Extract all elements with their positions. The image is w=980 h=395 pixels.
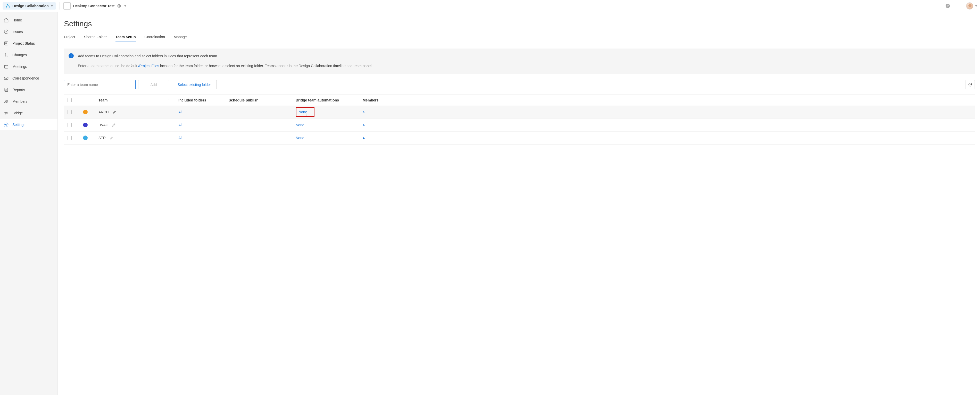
sidebar-item-settings[interactable]: Settings xyxy=(0,119,57,130)
select-folder-button[interactable]: Select existing folder xyxy=(172,80,217,90)
edit-icon[interactable] xyxy=(109,136,113,140)
svg-text:?: ? xyxy=(947,5,949,8)
banner-text-1: Add teams to Design Collaboration and se… xyxy=(78,53,970,59)
table-row: HVAC All None 4 xyxy=(64,119,975,132)
sidebar-item-label: Settings xyxy=(13,123,25,127)
bridge-automations-link[interactable]: None xyxy=(296,123,363,127)
calendar-icon xyxy=(3,64,9,69)
select-all-checkbox[interactable] xyxy=(68,98,72,102)
refresh-button[interactable] xyxy=(966,80,975,90)
tab-manage[interactable]: Manage xyxy=(174,35,187,42)
project-thumb-icon xyxy=(64,2,71,10)
team-color-dot xyxy=(83,136,88,140)
th-members[interactable]: Members xyxy=(363,98,409,102)
project-name: Desktop Connector Test xyxy=(73,4,115,8)
people-icon xyxy=(3,99,9,104)
info-banner: i Add teams to Design Collaboration and … xyxy=(64,48,975,74)
th-included[interactable]: Included folders xyxy=(178,98,229,102)
th-schedule[interactable]: Schedule publish xyxy=(229,98,296,102)
members-link[interactable]: 4 xyxy=(363,123,409,127)
top-bar: Design Collaboration ▼ Desktop Connector… xyxy=(0,0,980,12)
sidebar: Home Issues Project Status Changes Meeti… xyxy=(0,12,58,395)
table-header-row: Team ↑ Included folders Schedule publish… xyxy=(64,94,975,106)
tab-team-setup[interactable]: Team Setup xyxy=(116,35,135,42)
svg-point-11 xyxy=(5,100,6,101)
user-menu[interactable]: ▼ xyxy=(966,2,977,10)
help-icon[interactable]: ? xyxy=(945,3,950,8)
svg-rect-8 xyxy=(5,65,8,69)
module-logo-icon xyxy=(5,3,10,8)
sidebar-item-label: Members xyxy=(13,99,27,104)
swap-horizontal-icon xyxy=(3,110,9,116)
included-folders-link[interactable]: All xyxy=(178,136,229,140)
settings-tabs: Project Shared Folder Team Setup Coordin… xyxy=(64,35,975,42)
gear-icon xyxy=(3,122,9,127)
separator xyxy=(958,2,958,10)
sort-arrow-icon[interactable]: ↑ xyxy=(168,98,178,102)
th-team[interactable]: Team xyxy=(99,98,168,102)
main-content: Settings Project Shared Folder Team Setu… xyxy=(58,12,980,395)
add-button[interactable]: Add xyxy=(138,80,169,90)
avatar xyxy=(966,2,973,10)
svg-point-13 xyxy=(6,124,7,125)
sidebar-item-label: Reports xyxy=(13,88,25,92)
sidebar-item-label: Issues xyxy=(13,30,23,34)
team-color-dot xyxy=(83,123,88,127)
project-picker[interactable]: Desktop Connector Test ▼ xyxy=(64,2,127,10)
table-row: STR All None 4 xyxy=(64,132,975,145)
list-icon xyxy=(3,41,9,46)
sidebar-item-members[interactable]: Members xyxy=(0,96,57,107)
tab-project[interactable]: Project xyxy=(64,35,75,42)
row-checkbox[interactable] xyxy=(68,123,72,127)
included-folders-link[interactable]: All xyxy=(178,110,229,114)
project-files-link[interactable]: /Project Files xyxy=(138,64,159,68)
tab-shared-folder[interactable]: Shared Folder xyxy=(84,35,107,42)
sidebar-item-issues[interactable]: Issues xyxy=(0,26,57,37)
tab-coordination[interactable]: Coordination xyxy=(145,35,165,42)
sidebar-item-reports[interactable]: Reports xyxy=(0,84,57,96)
team-name: HVAC xyxy=(99,123,108,127)
team-name: STR xyxy=(99,136,106,140)
sidebar-item-label: Bridge xyxy=(13,111,23,115)
sidebar-item-label: Correspondence xyxy=(13,76,39,80)
sidebar-item-label: Changes xyxy=(13,53,27,57)
members-link[interactable]: 4 xyxy=(363,110,409,114)
sidebar-item-project-status[interactable]: Project Status xyxy=(0,37,57,49)
chevron-down-icon: ▼ xyxy=(124,5,126,8)
check-circle-icon xyxy=(3,29,9,34)
members-link[interactable]: 4 xyxy=(363,136,409,140)
sidebar-item-home[interactable]: Home xyxy=(0,14,57,26)
sidebar-item-changes[interactable]: Changes xyxy=(0,49,57,61)
table-row: ARCH All None 4 xyxy=(64,106,975,119)
svg-rect-9 xyxy=(5,77,8,80)
included-folders-link[interactable]: All xyxy=(178,123,229,127)
svg-point-2 xyxy=(9,6,10,8)
sidebar-item-label: Project Status xyxy=(13,41,35,45)
banner-text-2: Enter a team name to use the default /Pr… xyxy=(78,63,970,69)
team-name-input[interactable] xyxy=(64,80,135,90)
row-checkbox[interactable] xyxy=(68,136,72,140)
bridge-automations-link[interactable]: None xyxy=(296,136,363,140)
team-name: ARCH xyxy=(99,110,109,114)
sidebar-item-correspondence[interactable]: Correspondence xyxy=(0,72,57,84)
globe-icon xyxy=(117,4,121,8)
chevron-down-icon: ▼ xyxy=(51,5,53,8)
row-checkbox[interactable] xyxy=(68,110,72,114)
banner-text-2b: location for the team folder, or browse … xyxy=(159,64,372,68)
svg-point-0 xyxy=(7,3,8,5)
edit-icon[interactable] xyxy=(112,110,116,114)
teams-table: Team ↑ Included folders Schedule publish… xyxy=(64,94,975,145)
cursor-pointer-icon xyxy=(305,113,309,117)
swap-vertical-icon xyxy=(3,53,9,58)
sidebar-item-bridge[interactable]: Bridge xyxy=(0,107,57,119)
sidebar-item-meetings[interactable]: Meetings xyxy=(0,61,57,72)
banner-text-2a: Enter a team name to use the default xyxy=(78,64,138,68)
edit-icon[interactable] xyxy=(112,123,116,127)
module-switcher[interactable]: Design Collaboration ▼ xyxy=(3,2,56,10)
sidebar-item-label: Home xyxy=(13,18,22,22)
sidebar-item-label: Meetings xyxy=(13,64,27,69)
th-bridge[interactable]: Bridge team automations xyxy=(296,98,363,102)
svg-point-1 xyxy=(6,6,7,8)
mail-icon xyxy=(3,76,9,81)
action-row: Add Select existing folder xyxy=(64,80,975,90)
